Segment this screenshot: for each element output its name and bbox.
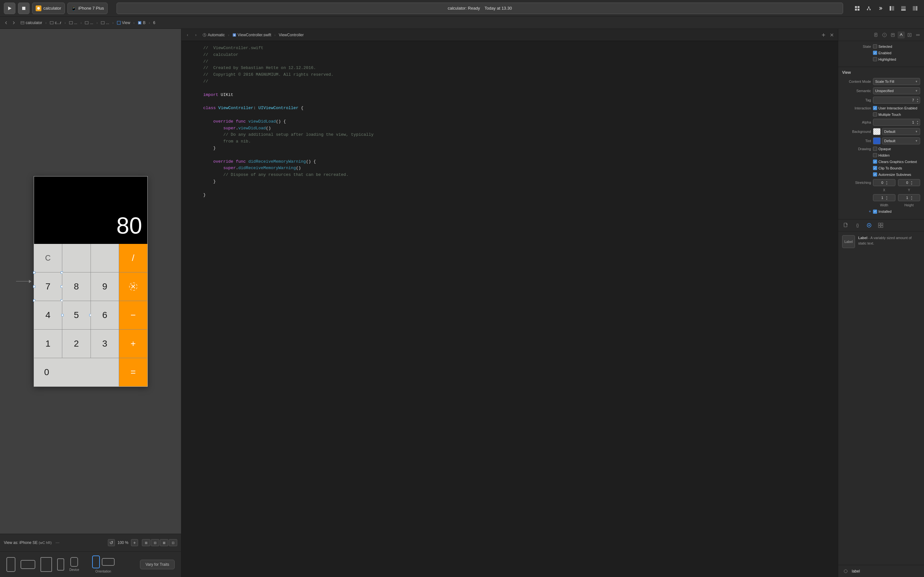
device-option-phone-land[interactable] bbox=[21, 560, 35, 569]
alpha-up[interactable]: ▲ bbox=[916, 120, 919, 122]
stretch-h-input[interactable] bbox=[898, 196, 909, 200]
tint-color-swatch[interactable] bbox=[873, 137, 880, 144]
stretch-w-down[interactable]: ▼ bbox=[885, 198, 889, 200]
breadcrumb-item-ellipsis3[interactable]: ... bbox=[99, 20, 111, 26]
btn-7[interactable]: 7 bbox=[34, 272, 62, 301]
tag-up[interactable]: ▲ bbox=[916, 98, 919, 100]
grid-view-button[interactable] bbox=[852, 3, 862, 13]
btn-1[interactable]: 1 bbox=[34, 330, 62, 358]
stretch-y-input[interactable] bbox=[898, 181, 909, 185]
breadcrumb-item-view[interactable]: View bbox=[115, 20, 132, 26]
enabled-checkbox[interactable] bbox=[873, 51, 877, 55]
zoom-plus[interactable]: + bbox=[131, 539, 138, 546]
selected-checkbox[interactable] bbox=[873, 44, 877, 48]
btn-divide[interactable]: / bbox=[119, 244, 147, 272]
btn-plusminus[interactable] bbox=[62, 244, 90, 272]
stretch-w-spinbox[interactable]: ▲ ▼ bbox=[873, 194, 895, 201]
breadcrumb-item-6[interactable]: 6 bbox=[151, 20, 157, 26]
stretch-x-input[interactable] bbox=[873, 181, 885, 185]
hidden-checkbox[interactable] bbox=[873, 153, 877, 157]
inspector-connections-btn[interactable] bbox=[914, 31, 921, 39]
code-content[interactable]: // ViewController.swift // calculator //… bbox=[181, 41, 838, 577]
stretch-h-spinbox[interactable]: ▲ ▼ bbox=[898, 194, 921, 201]
code-breadcrumb-file[interactable]: S ViewController.swift bbox=[231, 32, 273, 38]
clears-graphics-checkbox[interactable] bbox=[873, 160, 877, 164]
orientation-landscape[interactable] bbox=[102, 558, 114, 566]
background-color-swatch[interactable] bbox=[873, 128, 880, 135]
fit-width-btn[interactable]: ⊞ bbox=[142, 539, 150, 546]
insp-grid-icon-btn[interactable] bbox=[877, 221, 885, 229]
multiple-touch-checkbox[interactable] bbox=[873, 112, 877, 116]
insp-circle-icon-btn[interactable] bbox=[865, 221, 873, 229]
content-mode-dropdown[interactable]: Scale To Fill ▼ bbox=[873, 78, 920, 85]
fit-square-btn[interactable]: ⊠ bbox=[160, 539, 168, 546]
inspector-circle-btn[interactable] bbox=[842, 568, 849, 575]
breadcrumb-item-calculator[interactable]: calculator bbox=[19, 20, 44, 26]
device-selector[interactable]: 📱 iPhone 7 Plus bbox=[68, 3, 108, 14]
code-breadcrumb-automatic[interactable]: Automatic bbox=[201, 32, 227, 38]
stretch-y-down[interactable]: ▼ bbox=[910, 182, 913, 185]
vary-for-traits-button[interactable]: Vary for Traits bbox=[140, 560, 175, 569]
navigator-toggle[interactable] bbox=[887, 3, 897, 13]
opaque-checkbox[interactable] bbox=[873, 147, 877, 151]
debug-toggle[interactable] bbox=[898, 3, 909, 13]
device-option-watch[interactable]: Device bbox=[69, 557, 79, 572]
device-option-phone-port[interactable] bbox=[6, 557, 15, 572]
alpha-down[interactable]: ▼ bbox=[916, 122, 919, 125]
insp-curly-icon-btn[interactable]: {} bbox=[854, 221, 861, 229]
installed-checkbox[interactable] bbox=[873, 210, 877, 214]
stretch-x-spinbox[interactable]: ▲ ▼ bbox=[873, 179, 895, 186]
utilities-toggle[interactable] bbox=[910, 3, 920, 13]
inspector-identity-btn[interactable] bbox=[889, 31, 897, 39]
breadcrumb-back[interactable] bbox=[3, 19, 10, 26]
stretch-w-input[interactable] bbox=[873, 196, 885, 200]
stretch-y-spinbox[interactable]: ▲ ▼ bbox=[898, 179, 921, 186]
inspector-attributes-btn[interactable] bbox=[898, 31, 905, 39]
device-option-small-phone[interactable] bbox=[57, 558, 64, 571]
breadcrumb-forward[interactable] bbox=[10, 19, 17, 26]
orientation-portrait[interactable] bbox=[92, 556, 100, 568]
source-control-button[interactable] bbox=[864, 3, 874, 13]
code-add-tab[interactable] bbox=[820, 31, 827, 39]
btn-equals[interactable]: = bbox=[119, 358, 147, 386]
stretch-x-up[interactable]: ▲ bbox=[885, 180, 889, 182]
inspector-quick-help-btn[interactable]: ? bbox=[881, 31, 888, 39]
stretch-h-up[interactable]: ▲ bbox=[910, 195, 913, 198]
inspector-size-btn[interactable] bbox=[906, 31, 913, 39]
inspector-file-btn[interactable] bbox=[872, 31, 880, 39]
btn-6[interactable]: 6 bbox=[91, 301, 119, 329]
btn-0[interactable]: 0 bbox=[34, 358, 119, 386]
zoom-reset[interactable]: ↺ bbox=[108, 539, 115, 546]
tag-input[interactable] bbox=[873, 98, 915, 102]
highlighted-checkbox[interactable] bbox=[873, 57, 877, 61]
btn-4[interactable]: 4 bbox=[34, 301, 62, 329]
stretch-h-down[interactable]: ▼ bbox=[910, 198, 913, 200]
installed-add-btn[interactable]: + bbox=[869, 209, 871, 214]
stretch-x-down[interactable]: ▼ bbox=[885, 182, 889, 185]
semantic-dropdown[interactable]: Unspecified ▼ bbox=[873, 87, 920, 94]
stop-button[interactable] bbox=[18, 3, 29, 14]
tint-dropdown[interactable]: Default ▼ bbox=[882, 137, 920, 144]
btn-8[interactable]: 8 bbox=[62, 272, 90, 301]
code-nav-forward[interactable]: › bbox=[192, 31, 199, 39]
breadcrumb-item-ellipsis2[interactable]: ... bbox=[83, 20, 95, 26]
device-option-tablet-port[interactable] bbox=[40, 557, 52, 572]
btn-2[interactable]: 2 bbox=[62, 330, 90, 358]
breadcrumb-item-c[interactable]: c...r bbox=[48, 20, 63, 26]
btn-clear[interactable]: C bbox=[34, 244, 62, 272]
btn-5[interactable]: 5 bbox=[62, 301, 90, 329]
alpha-spinbox[interactable]: ▲ ▼ bbox=[873, 119, 920, 126]
fit-height-btn[interactable]: ⊟ bbox=[151, 539, 159, 546]
user-interaction-checkbox[interactable] bbox=[873, 106, 877, 110]
breadcrumb-item-b[interactable]: B B bbox=[136, 20, 147, 26]
code-close-tab[interactable] bbox=[828, 31, 835, 39]
btn-multiply[interactable]: × bbox=[119, 272, 147, 301]
stretch-y-up[interactable]: ▲ bbox=[910, 180, 913, 182]
scheme-selector[interactable]: calculator bbox=[32, 3, 65, 14]
background-dropdown[interactable]: Default ▼ bbox=[882, 128, 920, 135]
btn-9[interactable]: 9 bbox=[91, 272, 119, 301]
insp-file-icon-btn[interactable] bbox=[842, 221, 850, 229]
tag-down[interactable]: ▼ bbox=[916, 100, 919, 103]
jump-bar-button[interactable] bbox=[875, 3, 885, 13]
run-button[interactable] bbox=[4, 3, 15, 14]
